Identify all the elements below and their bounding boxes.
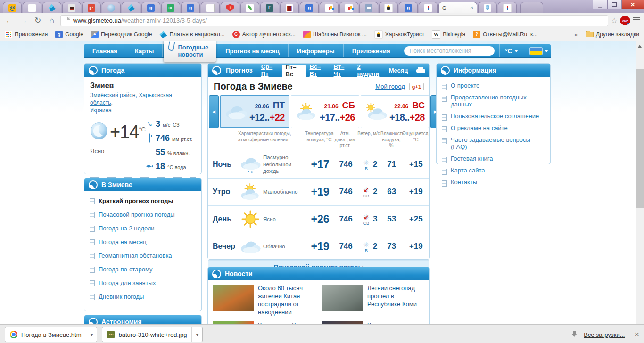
address-bar[interactable]: www.gismeteo.ua/weather-zmiiv-12013/3-5-… — [60, 15, 608, 26]
browser-tab[interactable] — [102, 2, 121, 13]
browser-tab[interactable] — [359, 2, 378, 13]
sidebar-link[interactable]: Дневник погоды — [84, 290, 201, 303]
download-item[interactable]: baturo-310-white+red.jpg ▾ — [102, 327, 203, 342]
sidebar-link[interactable]: Пользовательское соглашение — [437, 110, 550, 122]
close-button[interactable]: ✕ — [621, 0, 644, 9]
forecast-range-tab[interactable]: 2 недели — [354, 64, 385, 77]
print-icon[interactable] — [416, 67, 425, 74]
browser-tab[interactable] — [300, 2, 319, 13]
forecast-range-tab[interactable]: Вс–Вт — [306, 64, 330, 77]
region-country-link[interactable]: Украина — [90, 107, 112, 114]
page-scrollbar[interactable] — [636, 41, 644, 324]
browser-tab[interactable] — [3, 2, 22, 13]
my-city-link[interactable]: Мой город — [375, 83, 405, 90]
menu-icon[interactable] — [633, 17, 640, 24]
adblock-icon[interactable]: ABP3 — [620, 16, 630, 25]
forecast-range-tab[interactable]: Пт–Вс — [282, 65, 306, 77]
download-menu-caret[interactable]: ▾ — [191, 327, 202, 342]
browser-tab[interactable] — [82, 2, 101, 13]
forecast-range-tab[interactable]: Месяц — [385, 64, 412, 77]
forward-button[interactable]: → — [18, 16, 29, 24]
site-nav-item[interactable]: Главная — [84, 44, 126, 57]
bookmark-item[interactable]: Автор лучшего эск... — [232, 31, 296, 38]
bookmark-item[interactable]: Приложения — [5, 31, 48, 38]
browser-tab[interactable] — [23, 2, 41, 13]
browser-tab[interactable] — [419, 2, 438, 13]
bookmark-item[interactable]: Вікіпедія — [432, 30, 465, 39]
tab-close-icon[interactable]: × — [470, 5, 473, 11]
browser-tab[interactable] — [260, 2, 279, 13]
sidebar-link[interactable]: Погода на 2 недели — [84, 221, 201, 235]
sidebar-link[interactable]: Гостевая книга — [437, 153, 550, 164]
browser-tab[interactable] — [498, 2, 517, 13]
bookmark-item[interactable]: Платья в национал... — [159, 31, 224, 38]
day-card-friday[interactable]: 20.06ПТ +12..+22 — [220, 95, 289, 128]
sidebar-link[interactable]: Карта сайта — [437, 164, 550, 176]
news-item[interactable]: Летний снегопад прошел в Республике Коми — [322, 285, 425, 317]
home-button[interactable]: ⌂ — [46, 16, 58, 24]
browser-tab[interactable] — [399, 2, 418, 13]
browser-tab[interactable] — [240, 2, 259, 13]
browser-tab[interactable] — [122, 2, 140, 13]
minimize-button[interactable]: ▁ — [593, 0, 607, 9]
prev-days-arrow[interactable]: ◀ — [209, 95, 219, 128]
close-shelf-icon[interactable]: × — [634, 330, 639, 340]
browser-tab[interactable] — [161, 2, 180, 13]
sidebar-link[interactable]: О рекламе на сайте — [437, 122, 550, 134]
back-button[interactable]: ← — [4, 16, 15, 24]
restore-button[interactable] — [607, 0, 621, 9]
site-nav-item[interactable]: Информеры — [289, 44, 344, 57]
forecast-range-tab[interactable]: Вт–Чт — [330, 64, 354, 77]
sidebar-link[interactable]: Краткий прогноз погоды — [84, 194, 201, 208]
sidebar-link[interactable]: Геомагнитная обстановка — [84, 249, 201, 262]
browser-tab[interactable] — [339, 2, 358, 13]
download-item[interactable]: Погода в Змиеве.htm ▾ — [5, 327, 97, 342]
site-nav-item[interactable]: Приложения — [344, 44, 399, 57]
scroll-up-arrow[interactable] — [638, 43, 642, 48]
browser-tab[interactable] — [201, 2, 220, 13]
browser-tab[interactable] — [221, 2, 239, 13]
bookmark-item[interactable]: Шаблоны Визиток ... — [303, 31, 367, 38]
bookmark-item[interactable]: Ответы@Mail.Ru: к... — [473, 31, 537, 38]
day-card-saturday[interactable]: 21.06СБ +17..+26 — [291, 95, 359, 128]
language-flag-dropdown[interactable] — [524, 44, 554, 57]
sidebar-link[interactable]: Погода на месяц — [84, 235, 201, 249]
bookmark-item[interactable]: Переводчик Google — [91, 31, 152, 38]
sidebar-link[interactable]: О проекте — [437, 80, 550, 91]
browser-tab[interactable] — [280, 2, 299, 13]
all-downloads-link[interactable]: Все загрузки... — [584, 331, 625, 338]
other-bookmarks[interactable]: Другие закладки — [586, 31, 639, 38]
browser-tab[interactable] — [181, 2, 200, 13]
sidebar-link[interactable]: Погода для занятых — [84, 276, 201, 290]
browser-tab[interactable] — [379, 2, 398, 13]
bookmarks-overflow-chevron[interactable]: » — [574, 31, 578, 38]
browser-tab[interactable] — [320, 2, 339, 13]
browser-tab[interactable] — [141, 2, 160, 13]
site-nav-item[interactable]: Карты — [126, 44, 163, 57]
bookmark-item[interactable]: ХарьковТурист — [374, 30, 424, 39]
bookmark-item[interactable]: Google — [55, 31, 83, 38]
partial-tab[interactable] — [520, 2, 543, 13]
news-item[interactable]: Около 60 тысяч жителей Китая пострадали … — [213, 285, 315, 317]
bookmark-star-icon[interactable]: ☆ — [611, 16, 618, 25]
forecast-range-tab[interactable]: Ср–Пт — [257, 64, 282, 77]
sidebar-link[interactable]: Погода по-старому — [84, 262, 201, 276]
site-nav-news-note[interactable]: Погодные новости — [164, 41, 216, 62]
day-card-sunday[interactable]: 22.06ВС +18..+28 — [361, 95, 429, 128]
location-search-input[interactable] — [404, 46, 495, 56]
download-menu-caret[interactable]: ▾ — [86, 327, 97, 342]
scrollbar-thumb[interactable] — [636, 69, 644, 208]
sidebar-link[interactable]: Часто задаваемые вопросы (FAQ) — [437, 134, 550, 153]
sidebar-link[interactable]: Предоставление погодных данных — [437, 91, 550, 110]
sidebar-link[interactable]: Почасовой прогноз погоды — [84, 208, 201, 221]
site-nav-item[interactable]: Прогноз на месяц — [217, 44, 289, 57]
sidebar-link[interactable]: Контакты — [437, 176, 550, 188]
google-plusone-button[interactable]: g+1 — [409, 83, 424, 90]
browser-tab[interactable] — [478, 2, 497, 13]
units-dropdown[interactable]: °C — [499, 44, 524, 57]
region-district-link[interactable]: Змиёвский район — [90, 92, 135, 98]
active-tab[interactable]: G × — [438, 2, 477, 13]
reload-button[interactable]: ↻ — [32, 16, 43, 24]
browser-tab[interactable] — [42, 2, 61, 13]
browser-tab[interactable] — [62, 2, 81, 13]
